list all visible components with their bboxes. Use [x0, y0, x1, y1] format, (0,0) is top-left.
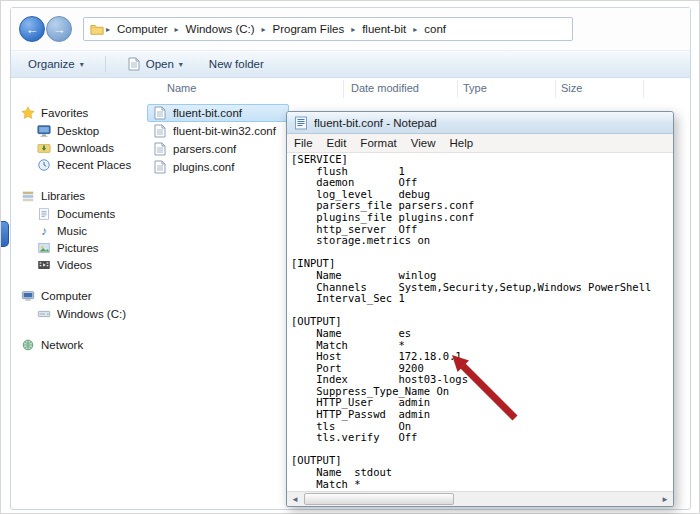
conf-file-icon [153, 106, 167, 120]
column-divider [643, 80, 644, 98]
menu-file[interactable]: File [287, 136, 320, 150]
column-header-name[interactable]: Name [167, 82, 196, 94]
conf-file-icon [153, 160, 167, 174]
sidebar-item-label: Music [57, 225, 87, 237]
breadcrumb-separator-icon: ▸ [261, 25, 267, 34]
explorer-sidebar: Favorites Desktop Downloads [11, 78, 143, 509]
sidebar-section-network[interactable]: Network [21, 336, 143, 354]
star-icon [21, 106, 35, 120]
sidebar-item-label: Windows (C:) [57, 308, 126, 320]
conf-file-icon [153, 142, 167, 156]
notepad-window: fluent-bit.conf - Notepad File Edit Form… [286, 111, 674, 507]
file-row-fluent-bit-conf[interactable]: fluent-bit.conf [147, 104, 289, 122]
organize-button[interactable]: Organize ▾ [23, 55, 89, 73]
sidebar-item-videos[interactable]: Videos [21, 256, 143, 273]
breadcrumb-separator-icon: ▸ [174, 25, 180, 34]
menu-view[interactable]: View [404, 136, 443, 150]
sidebar-item-downloads[interactable]: Downloads [21, 139, 143, 156]
conf-file-icon [153, 124, 167, 138]
sidebar-section-label: Network [41, 339, 83, 351]
sidebar-item-music[interactable]: ♪ Music [21, 222, 143, 239]
scroll-left-icon[interactable]: ◄ [287, 492, 303, 506]
dropdown-arrow-icon: ▾ [80, 60, 84, 69]
pictures-icon [37, 241, 51, 255]
breadcrumb-item-fluent-bit[interactable]: fluent-bit [357, 23, 411, 35]
libraries-icon [21, 189, 35, 203]
sidebar-section-libraries[interactable]: Libraries [21, 187, 143, 205]
notepad-icon [294, 116, 308, 130]
back-arrow-icon: ← [26, 22, 39, 37]
sidebar-item-documents[interactable]: Documents [21, 205, 143, 222]
file-name: fluent-bit.conf [173, 107, 242, 119]
sidebar-section-label: Libraries [41, 190, 85, 202]
dropdown-arrow-icon: ▾ [179, 60, 183, 69]
documents-icon [37, 207, 51, 221]
sidebar-item-label: Downloads [57, 142, 114, 154]
open-button[interactable]: Open ▾ [122, 54, 188, 74]
docked-window-tab[interactable] [1, 221, 9, 247]
new-folder-button[interactable]: New folder [204, 55, 269, 73]
breadcrumb-item-conf[interactable]: conf [419, 23, 451, 35]
forward-button[interactable]: → [46, 16, 72, 42]
organize-label: Organize [28, 58, 75, 70]
notepad-menubar: File Edit Format View Help [287, 134, 673, 153]
notepad-text-area[interactable]: [SERVICE] flush 1 daemon Off log_level d… [287, 153, 673, 491]
sidebar-section-favorites[interactable]: Favorites [21, 104, 143, 122]
sidebar-item-recent-places[interactable]: Recent Places [21, 156, 143, 173]
explorer-navbar: ← → ▸ Computer ▸ Windows (C:) ▸ Program … [11, 8, 690, 50]
new-folder-label: New folder [209, 58, 264, 70]
document-icon [127, 57, 141, 71]
recent-places-icon [37, 158, 51, 172]
sidebar-item-pictures[interactable]: Pictures [21, 239, 143, 256]
back-button[interactable]: ← [19, 16, 45, 42]
sidebar-section-computer[interactable]: Computer [21, 287, 143, 305]
file-row-parsers-conf[interactable]: parsers.conf [147, 140, 289, 158]
sidebar-item-label: Videos [57, 259, 92, 271]
breadcrumb-item-windows-c[interactable]: Windows (C:) [181, 23, 260, 35]
sidebar-item-label: Recent Places [57, 159, 131, 171]
explorer-toolbar: Organize ▾ Open ▾ New folder [11, 50, 690, 78]
scroll-right-icon[interactable]: ► [657, 492, 673, 506]
sidebar-item-label: Pictures [57, 242, 99, 254]
sidebar-item-desktop[interactable]: Desktop [21, 122, 143, 139]
notepad-titlebar[interactable]: fluent-bit.conf - Notepad [287, 112, 673, 134]
menu-edit[interactable]: Edit [320, 136, 354, 150]
drive-icon [37, 307, 51, 321]
menu-format[interactable]: Format [353, 136, 403, 150]
horizontal-scrollbar[interactable]: ◄ ► [287, 491, 673, 506]
folder-icon [90, 22, 104, 36]
breadcrumb[interactable]: ▸ Computer ▸ Windows (C:) ▸ Program File… [83, 17, 573, 41]
breadcrumb-separator-icon: ▸ [412, 25, 418, 34]
sidebar-item-windows-c[interactable]: Windows (C:) [21, 305, 143, 322]
column-header-size[interactable]: Size [561, 82, 582, 94]
file-name: parsers.conf [173, 143, 236, 155]
computer-icon [21, 289, 35, 303]
breadcrumb-item-program-files[interactable]: Program Files [268, 23, 350, 35]
downloads-icon [37, 141, 51, 155]
screenshot-frame: ← → ▸ Computer ▸ Windows (C:) ▸ Program … [0, 0, 700, 514]
breadcrumb-separator-icon: ▸ [105, 25, 111, 34]
desktop-icon [37, 124, 51, 138]
toolbar-divider [105, 56, 106, 72]
file-row-plugins-conf[interactable]: plugins.conf [147, 158, 289, 176]
scrollbar-thumb[interactable] [304, 493, 454, 505]
column-divider [555, 80, 556, 98]
column-headers: Name Date modified Type Size [143, 78, 690, 100]
breadcrumb-item-computer[interactable]: Computer [112, 23, 173, 35]
breadcrumb-separator-icon: ▸ [350, 25, 356, 34]
music-icon: ♪ [37, 224, 51, 238]
column-header-date-modified[interactable]: Date modified [351, 82, 419, 94]
column-header-type[interactable]: Type [463, 82, 487, 94]
network-icon [21, 338, 35, 352]
sidebar-item-label: Desktop [57, 125, 99, 137]
notepad-title: fluent-bit.conf - Notepad [314, 117, 437, 129]
menu-help[interactable]: Help [443, 136, 481, 150]
file-name: fluent-bit-win32.conf [173, 125, 276, 137]
sidebar-section-label: Favorites [41, 107, 88, 119]
column-divider [343, 80, 344, 98]
column-divider [457, 80, 458, 98]
videos-icon [37, 258, 51, 272]
file-row-fluent-bit-win32-conf[interactable]: fluent-bit-win32.conf [147, 122, 289, 140]
file-name: plugins.conf [173, 161, 234, 173]
forward-arrow-icon: → [53, 22, 66, 37]
